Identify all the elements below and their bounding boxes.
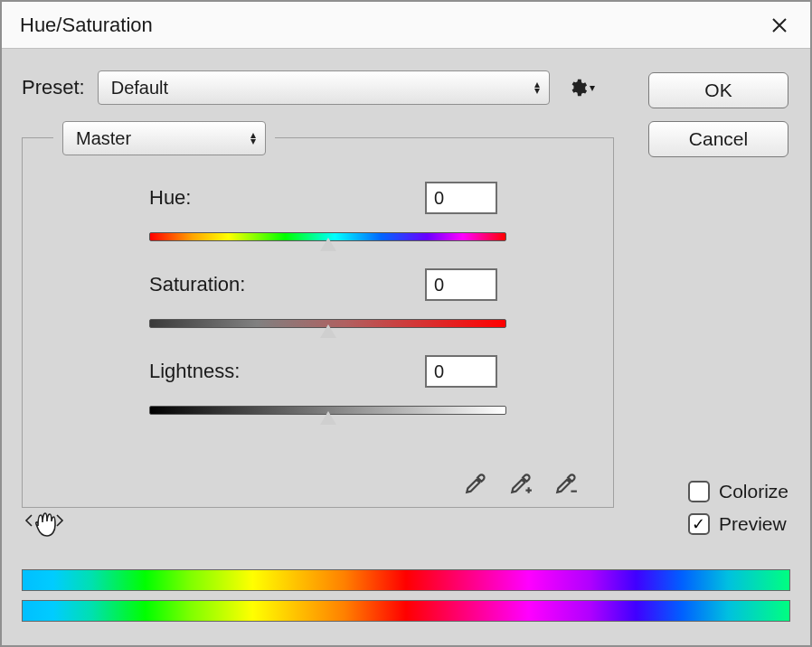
ok-button[interactable]: OK [648, 72, 788, 108]
lightness-block: Lightness: 0 [23, 355, 613, 415]
updown-icon: ▴▾ [250, 132, 256, 145]
edit-value: Master [76, 128, 131, 149]
preset-value: Default [111, 78, 168, 98]
lightness-input[interactable]: 0 [425, 355, 497, 388]
preview-checkbox[interactable]: Preview [688, 513, 788, 535]
hue-block: Hue: 0 [23, 182, 613, 241]
gear-icon [568, 78, 588, 98]
hue-thumb[interactable] [320, 238, 336, 251]
hue-saturation-dialog: Hue/Saturation Preset: Default ▴▾ ▾ Mast… [0, 0, 812, 647]
close-icon [770, 16, 788, 34]
targeted-adjust-tool[interactable] [24, 502, 65, 543]
dialog-title: Hue/Saturation [20, 14, 153, 37]
eyedropper-subtract-icon [554, 472, 578, 495]
edit-select[interactable]: Master ▴▾ [62, 121, 266, 155]
saturation-input[interactable]: 0 [425, 268, 497, 301]
eyedropper-tools [461, 469, 581, 498]
checkbox-checked-icon [688, 513, 710, 535]
updown-icon: ▴▾ [534, 81, 540, 94]
titlebar: Hue/Saturation [2, 2, 810, 49]
saturation-thumb[interactable] [320, 324, 336, 338]
output-spectrum [22, 600, 790, 622]
action-buttons: OK Cancel [648, 72, 788, 157]
edit-select-wrap: Master ▴▾ [53, 121, 275, 155]
preset-select[interactable]: Default ▴▾ [98, 70, 550, 105]
input-spectrum [22, 569, 790, 591]
preset-label: Preset: [22, 76, 85, 99]
eyedropper-subtract-button[interactable] [552, 469, 581, 498]
hue-input[interactable]: 0 [425, 182, 497, 214]
saturation-block: Saturation: 0 [23, 268, 613, 328]
lightness-slider[interactable] [149, 406, 506, 415]
eyedropper-add-button[interactable] [506, 469, 535, 498]
saturation-label: Saturation: [149, 273, 425, 296]
colorize-checkbox[interactable]: Colorize [688, 481, 788, 502]
checkbox-icon [688, 481, 710, 502]
lightness-label: Lightness: [149, 360, 425, 383]
menu-caret-icon: ▾ [590, 81, 595, 94]
hue-label: Hue: [149, 186, 425, 210]
lightness-thumb[interactable] [320, 411, 336, 425]
hue-slider[interactable] [149, 232, 506, 241]
saturation-slider[interactable] [149, 319, 506, 328]
options-checks: Colorize Preview [688, 481, 788, 535]
preset-options-button[interactable]: ▾ [562, 78, 600, 98]
eyedropper-add-icon [509, 472, 533, 495]
eyedropper-button[interactable] [461, 469, 490, 498]
adjustment-group: Master ▴▾ Hue: 0 Saturation: 0 [22, 137, 614, 508]
cancel-button[interactable]: Cancel [648, 121, 788, 157]
colorize-label: Colorize [719, 481, 788, 502]
close-button[interactable] [767, 13, 792, 38]
preview-label: Preview [719, 513, 787, 535]
hand-scrub-icon [24, 502, 64, 542]
eyedropper-icon [464, 472, 487, 495]
